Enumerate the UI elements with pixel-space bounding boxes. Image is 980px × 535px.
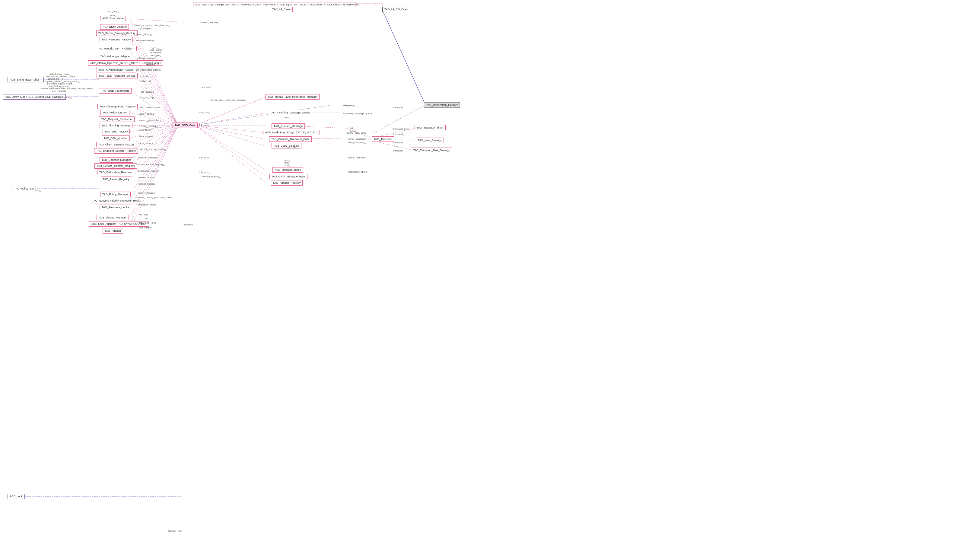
- label-zero: zero_: [110, 14, 116, 17]
- label-transport-2: transport_: [393, 133, 404, 135]
- label-transport-timer: transport_timer_: [393, 127, 410, 131]
- label-partial-message: partial_message_: [348, 156, 367, 159]
- svg-line-31: [130, 125, 178, 224]
- label-orb-core-3: orb_core_: [199, 124, 210, 126]
- node-tao-bidir-adapter: TAO_BiDir_Adapter: [102, 135, 130, 141]
- node-tao-resource-factory: TAO_Resource_Factory: [100, 37, 133, 42]
- svg-line-38: [196, 125, 266, 146]
- node-tao-lf-event: TAO_LF_Event: [270, 6, 293, 12]
- node-tao-transport-mux-strategy: TAO_Transport_Mux_Strategy: [411, 148, 452, 153]
- svg-line-24: [130, 125, 178, 166]
- svg-line-40: [196, 125, 266, 177]
- label-ziop-adapter: ziop_adapter_: [137, 27, 153, 30]
- label-bidir-adapter: bidir_adapter_: [139, 135, 155, 138]
- node-tao-thread-lane-resources-manager: TAO_Thread_Lane_Resources_Manager: [266, 94, 320, 100]
- node-tao-collocation-resolver: TAO_Collocation_Resolver: [97, 170, 134, 175]
- node-tao-policy-set: TAO_Policy_Set: [12, 186, 36, 191]
- label-followers: followers_: [349, 3, 360, 6]
- label-tss-cleanup: tss_cleanup_funcs_: [140, 106, 162, 109]
- label-orb-core-2: orb_core_: [199, 111, 210, 114]
- label-codeset-manager: codeset_manager_: [138, 156, 159, 159]
- node-tao-pseudo-var: TAO_Pseudo_Var_T< Object >: [95, 46, 137, 51]
- label-rt-orb: rt_orb_: [151, 46, 158, 49]
- label-tm: tm_: [145, 217, 150, 220]
- node-tao-policy-manager: TAO_Policy_Manager: [100, 192, 130, 197]
- svg-line-59: [305, 126, 347, 128]
- label-stub-factory: stub_factory_: [139, 129, 154, 131]
- label-incoming-msg-queue: incoming_message_queue_: [344, 112, 374, 115]
- label-transport-4: transport_: [393, 150, 404, 152]
- label-resource-factory: resource_factory_: [136, 39, 156, 42]
- node-tao-stub-factory: TAO_Stub_Factory: [103, 129, 130, 134]
- svg-line-13: [130, 75, 178, 125]
- svg-line-37: [196, 125, 266, 139]
- label-request-dispatcher: request_dispatcher_: [139, 119, 161, 122]
- node-tao-parser-registry: TAO_Parser_Registry: [101, 177, 131, 182]
- label-orb-core-5: orb_core_: [199, 171, 210, 174]
- node-tao-policy-current: TAO_Policy_Current: [100, 110, 129, 115]
- label-parser-registry: parser_registry_: [138, 176, 156, 179]
- node-tao-request-dispatcher: TAO_Request_Dispatcher: [99, 116, 135, 122]
- node-tao-fault-tolerance-service: TAO_Fault_Tolerance_Service: [97, 73, 138, 78]
- node-tao-client-strategy-factory: TAO_Client_Strategy_Factory: [96, 142, 136, 147]
- label-max-time: max_time_: [107, 10, 119, 13]
- label-tms: tms_: [394, 145, 399, 148]
- node-tao-protocols-hooks: TAO_Protocols_Hooks: [100, 205, 131, 210]
- label-server-id: server_id_: [141, 80, 152, 82]
- node-tao-queued-message: TAO_Queued_Message: [272, 123, 305, 129]
- node-tao-orb-parameters: TAO_ORB_Parameters: [99, 88, 132, 94]
- label-poa-adapter: poa_adapter_: [139, 226, 154, 229]
- label-policy-manager: policy_manager_: [138, 192, 157, 194]
- node-tao-cleanup-func-registry: TAO_Cleanup_Func_Registry: [97, 104, 138, 109]
- label-orb-core-4: orb_core_: [199, 156, 210, 159]
- label-wchar-translator: wchar_translator_: [348, 138, 367, 140]
- label-orb-core-conn: orb_core_: [344, 104, 354, 107]
- svg-line-53: [130, 19, 184, 22]
- label-server-factory: server_factory_: [136, 33, 153, 36]
- label-protocols-hooks: protocols_hooks_: [138, 203, 158, 206]
- label-init-ref-map: init_ref_map_: [140, 96, 155, 99]
- node-tao-lf-ch-event: TAO_LF_CH_Event: [382, 6, 410, 12]
- label-orb-core-1: orb_core_: [202, 86, 212, 88]
- label-ft-service: ft_service_: [140, 75, 151, 78]
- node-tao-transport-timer: TAO_Transport_Timer: [415, 125, 445, 131]
- label-ior-interceptor: ior_interceptor_adapter_: [136, 68, 162, 71]
- label-service-context-registry: service_context_registry_: [137, 163, 165, 166]
- label-collocation-resolver: collocation_resolver_: [138, 170, 161, 172]
- node-ace-message-block: ACE_Message_Block: [272, 167, 303, 173]
- node-tao-diop-adapter: TAO_DIOP_Adapter: [100, 24, 129, 30]
- label-adapters: adapters_: [183, 223, 194, 226]
- label-cont: cont_: [285, 164, 291, 167]
- node-tao-codeset-translator-base: TAO_Codeset_Translator_Base: [269, 136, 312, 142]
- label-nt-current: nt_current_: [150, 51, 162, 54]
- label-orb-params: orb_params_: [141, 91, 155, 93]
- label-current-deadline: current_deadline_: [200, 21, 220, 24]
- node-tao-iorinterceptor-adapter: TAO_IORInterceptor_Adapter: [97, 67, 136, 72]
- label-messaging-object: messaging_object_: [348, 170, 369, 173]
- label-client-factory: client_factory_: [138, 142, 154, 145]
- label-char-translator: char_translator_: [348, 141, 366, 143]
- label-poa-current: poa_current_: [150, 49, 164, 51]
- svg-line-47: [382, 10, 425, 105]
- node-tao-wait-strategy: TAO_Wait_Strategy: [416, 138, 444, 143]
- node-tao-service-context-registry: TAO_Service_Context_Registry: [94, 163, 137, 169]
- label-valuetype-adapter: valuetype_adapter_: [137, 57, 158, 59]
- label-impl: impl_: [35, 189, 41, 192]
- node-tao-valuetype-adapter: TAO_Valuetype_Adapter: [98, 54, 132, 59]
- label-next-1: next_: [285, 116, 291, 119]
- node-tao-connection-handler: TAO_Connection_Handler: [424, 102, 460, 108]
- node-tao-codeset-manager: TAO_Codeset_Manager: [100, 157, 133, 162]
- node-tao-transport: TAO_Transport: [372, 136, 395, 142]
- diagram-container: max_time_ zero_ thread_per_connection_ti…: [0, 0, 980, 535]
- svg-line-39: [196, 125, 266, 170]
- node-ace-lock: ACE_Lock: [8, 494, 25, 499]
- label-head: head_: [350, 130, 357, 132]
- node-ace-string-base: ACE_String_Base< char >: [8, 77, 44, 82]
- node-ace-hash-map-entry: ACE_Hash_Map_Entry< EXT_ID, INT_ID >: [263, 130, 320, 135]
- node-tao-network-priority-protocols-hooks: TAO_Network_Priority_Protocols_Hooks: [90, 198, 143, 203]
- node-tao-orb-core: TAO_ORB_Core: [173, 123, 197, 128]
- node-tao-adapter: TAO_Adapter: [103, 228, 123, 234]
- node-tao-adapter-registry: TAO_Adapter_Registry: [270, 180, 302, 186]
- svg-line-11: [130, 63, 178, 125]
- node-tao-endpoint-selector-factory: TAO_Endpoint_Selector_Factory: [94, 148, 138, 154]
